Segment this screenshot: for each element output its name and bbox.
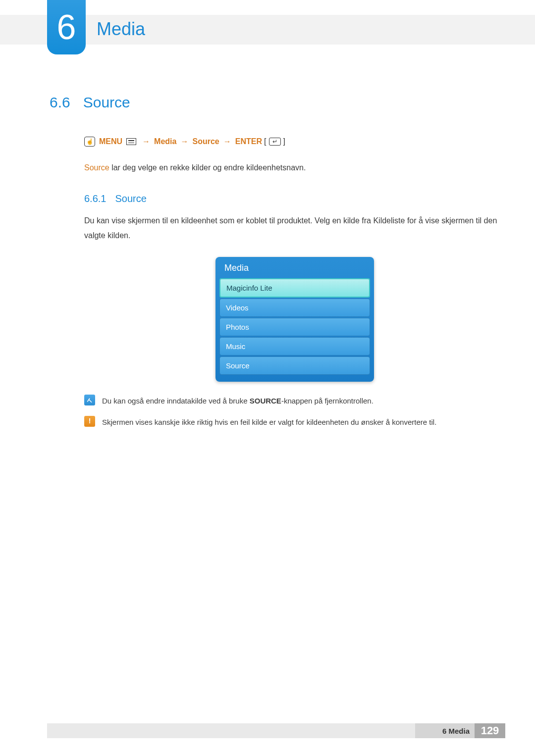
nav-menu-label: MENU — [99, 137, 122, 146]
arrow-icon: → — [221, 137, 233, 146]
menu-title: Media — [219, 257, 370, 278]
footer-end — [505, 723, 535, 738]
warning-icon: ! — [84, 416, 95, 427]
bracket-open: [ — [264, 137, 266, 146]
menu-item[interactable]: Videos — [219, 299, 370, 317]
warning-text: Skjermen vises kanskje ikke riktig hvis … — [102, 416, 505, 428]
intro-body: lar deg velge en rekke kilder og endre k… — [109, 163, 306, 172]
nav-seg-media: Media — [154, 137, 176, 146]
note-bold: SOURCE — [250, 397, 281, 405]
section-title: Source — [83, 94, 130, 111]
nav-enter-label: ENTER — [235, 137, 262, 146]
onscreen-menu: Media Magicinfo LiteVideosPhotosMusicSou… — [215, 257, 374, 382]
enter-button-icon: ↵ — [269, 138, 281, 146]
body-paragraph: Du kan vise skjermen til en kildeenhet s… — [84, 213, 505, 244]
navigation-path: ☝ MENU → Media → Source → ENTER [ ↵ ] — [84, 137, 505, 147]
footer-spacer — [47, 723, 415, 738]
page-number: 129 — [475, 723, 505, 738]
content-area: 6.6 Source ☝ MENU → Media → Source → ENT… — [50, 94, 505, 437]
subsection-number: 6.6.1 — [84, 193, 106, 204]
warning-callout: ! Skjermen vises kanskje ikke riktig hvi… — [84, 416, 505, 428]
chapter-title: Media — [97, 19, 145, 40]
intro-text: Source lar deg velge en rekke kilder og … — [84, 161, 505, 174]
subsection-title: Source — [115, 193, 146, 204]
menu-item[interactable]: Source — [219, 356, 370, 375]
nav-seg-source: Source — [192, 137, 219, 146]
note-pre: Du kan også endre inndatakilde ved å bru… — [102, 397, 250, 405]
menu-item[interactable]: Photos — [219, 318, 370, 336]
arrow-icon: → — [140, 137, 152, 146]
footer-chapter-label: 6 Media — [415, 723, 475, 738]
note-text: Du kan også endre inndatakilde ved å bru… — [102, 395, 505, 407]
menu-item[interactable]: Music — [219, 337, 370, 355]
arrow-icon: → — [178, 137, 190, 146]
chapter-tab: 6 — [47, 0, 86, 54]
body-block: ☝ MENU → Media → Source → ENTER [ ↵ ] So… — [84, 137, 505, 428]
section-number: 6.6 — [50, 94, 70, 111]
note-callout: Du kan også endre inndatakilde ved å bru… — [84, 395, 505, 407]
note-post: -knappen på fjernkontrollen. — [281, 397, 374, 405]
bracket-close: ] — [283, 137, 285, 146]
section-heading: 6.6 Source — [50, 94, 505, 111]
menu-item[interactable]: Magicinfo Lite — [219, 278, 370, 298]
footer-bar: 6 Media 129 — [47, 723, 535, 738]
note-icon — [84, 395, 95, 405]
chapter-number: 6 — [57, 10, 76, 45]
menu-button-icon — [126, 138, 136, 145]
intro-head: Source — [84, 163, 109, 172]
remote-hand-icon: ☝ — [84, 137, 95, 147]
subsection-heading: 6.6.1 Source — [84, 193, 505, 204]
